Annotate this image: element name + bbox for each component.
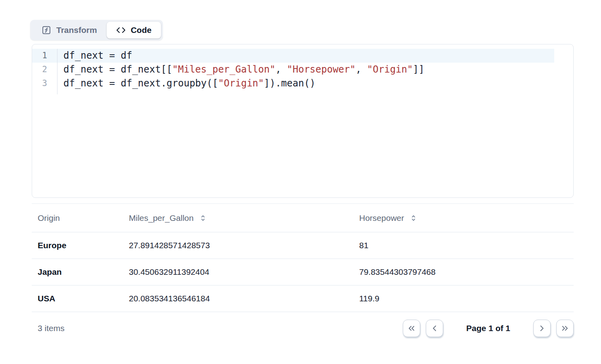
tab-code-label: Code [131, 25, 152, 35]
code-line[interactable]: 2df_next = df_next[["Miles_per_Gallon", … [32, 63, 554, 77]
code-line-text: df_next = df_next[["Miles_per_Gallon", "… [57, 63, 424, 77]
function-square-icon [42, 25, 51, 35]
line-number: 3 [32, 77, 57, 90]
chevrons-left-icon [407, 324, 416, 333]
column-header-label: Horsepower [359, 213, 404, 223]
column-header-miles_per_gallon[interactable]: Miles_per_Gallon [129, 213, 359, 223]
tab-transform-label: Transform [56, 25, 97, 35]
code-line-text: df_next = df [57, 49, 132, 63]
code-line[interactable]: 1df_next = df [32, 49, 554, 63]
table-footer: 3 items Page 1 of 1 [32, 312, 574, 344]
table-cell-horsepower: 79.83544303797468 [359, 267, 574, 277]
code-line[interactable]: 3df_next = df_next.groupby(["Origin"]).m… [32, 77, 554, 90]
column-header-horsepower[interactable]: Horsepower [359, 213, 574, 223]
table-cell-horsepower: 119.9 [359, 294, 574, 303]
table-row[interactable]: USA20.083534136546184119.9 [32, 285, 574, 312]
first-page-button[interactable] [403, 320, 420, 337]
column-header-label: Origin [38, 213, 60, 223]
tab-code[interactable]: Code [107, 22, 161, 38]
app-window: Transform Code 1df_next = df2df_next = d… [0, 0, 601, 364]
table-cell-horsepower: 81 [359, 241, 574, 250]
column-header-origin[interactable]: Origin [32, 213, 129, 223]
table-cell-origin: Japan [32, 267, 129, 277]
next-page-button[interactable] [533, 320, 551, 337]
code-editor[interactable]: 1df_next = df2df_next = df_next[["Miles_… [32, 44, 574, 198]
view-toggle-tabbar: Transform Code [30, 20, 163, 40]
sort-up-down-icon [199, 214, 207, 222]
chevron-left-icon [430, 324, 439, 333]
table-cell-miles_per_gallon: 27.891428571428573 [129, 241, 359, 250]
table-row[interactable]: Japan30.45063291139240479.83544303797468 [32, 259, 574, 285]
table-cell-origin: Europe [32, 241, 129, 250]
table-cell-miles_per_gallon: 30.450632911392404 [129, 267, 359, 277]
table-cell-miles_per_gallon: 20.083534136546184 [129, 294, 359, 303]
result-table: OriginMiles_per_GallonHorsepower Europe2… [32, 203, 574, 312]
gutter-spacer [32, 90, 554, 94]
last-page-button[interactable] [556, 320, 574, 337]
chevron-right-icon [537, 324, 547, 333]
line-number: 1 [32, 49, 57, 63]
code-line-text: df_next = df_next.groupby(["Origin"]).me… [57, 77, 316, 90]
table-body: Europe27.89142857142857381Japan30.450632… [32, 232, 574, 312]
table-header-row: OriginMiles_per_GallonHorsepower [32, 204, 574, 232]
sort-up-down-icon [410, 214, 417, 222]
chevrons-right-icon [560, 324, 570, 333]
column-header-label: Miles_per_Gallon [129, 213, 193, 223]
pagination-controls: Page 1 of 1 [403, 320, 574, 337]
previous-page-button[interactable] [426, 320, 443, 337]
page-indicator: Page 1 of 1 [466, 324, 510, 333]
tab-transform[interactable]: Transform [32, 22, 107, 38]
items-count: 3 items [32, 324, 65, 333]
code-icon [116, 25, 126, 35]
table-cell-origin: USA [32, 294, 129, 303]
table-row[interactable]: Europe27.89142857142857381 [32, 232, 574, 259]
line-number: 2 [32, 63, 57, 77]
